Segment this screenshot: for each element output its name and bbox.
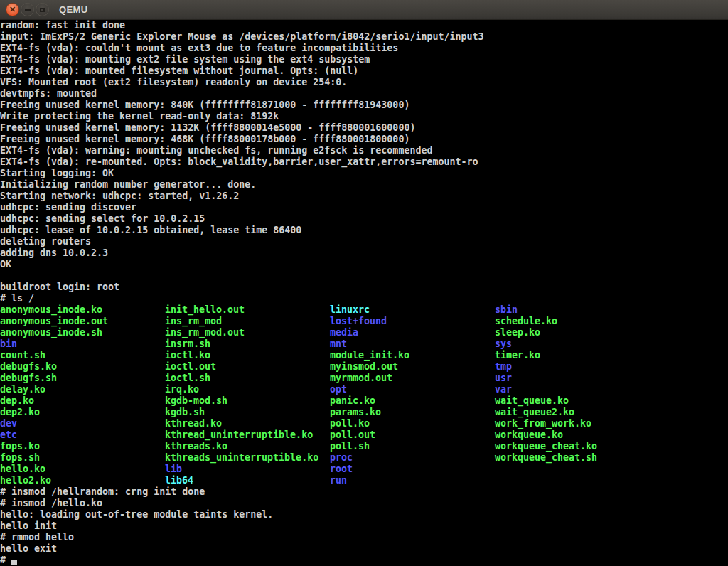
file-entry: proc	[330, 452, 410, 464]
file-entry: fops.ko	[0, 441, 108, 452]
console-line: udhcpc: sending select for 10.0.2.15	[0, 213, 728, 225]
file-entry: anonymous_inode.out	[0, 316, 108, 327]
console-line: EXT4-fs (vda): mounting ext2 file system…	[0, 54, 728, 65]
file-entry: schedule.ko	[495, 316, 597, 327]
file-entry: irq.ko	[165, 384, 318, 395]
file-entry: opt	[330, 384, 410, 395]
file-entry: dep2.ko	[0, 407, 108, 418]
file-entry: linuxrc	[330, 304, 410, 316]
file-entry: poll.ko	[330, 418, 410, 429]
file-entry: run	[330, 475, 410, 486]
file-entry: kthread.ko	[165, 418, 318, 429]
console-line: Starting logging: OK	[0, 168, 728, 179]
maximize-button[interactable]	[36, 3, 49, 16]
ls-column-4: sbinschedule.kosleep.kosystimer.kotmpusr…	[495, 304, 597, 464]
file-entry: bin	[0, 338, 108, 350]
file-entry: poll.out	[330, 429, 410, 441]
file-entry: ins_rm_mod.out	[165, 327, 318, 338]
console-line: EXT4-fs (vda): re-mounted. Opts: block_v…	[0, 156, 728, 168]
console-line: udhcpc: lease of 10.0.2.15 obtained, lea…	[0, 225, 728, 236]
file-entry: lib	[165, 464, 318, 475]
console-line: udhcpc: sending discover	[0, 202, 728, 213]
console-line: adding dns 10.0.2.3	[0, 247, 728, 259]
file-entry: wait_queue2.ko	[495, 407, 597, 418]
console-line: EXT4-fs (vda): warning: mounting uncheck…	[0, 145, 728, 156]
maximize-icon	[40, 8, 45, 12]
file-entry: poll.sh	[330, 441, 410, 452]
console-screen[interactable]: random: fast init doneinput: ImExPS/2 Ge…	[0, 20, 728, 566]
close-button[interactable]: ✕	[6, 3, 19, 16]
console-line: Initializing random number generator... …	[0, 179, 728, 191]
file-entry: kthread_uninterruptible.ko	[165, 429, 318, 441]
boot-log: random: fast init doneinput: ImExPS/2 Ge…	[0, 20, 728, 304]
console-line: # ls /	[0, 293, 728, 304]
console-line: # insmod /hellrandom: crng init done	[0, 486, 728, 498]
file-entry: kgdb.sh	[165, 407, 318, 418]
file-entry: init_hello.out	[165, 304, 318, 316]
console-line: random: fast init done	[0, 20, 728, 31]
file-entry: mnt	[330, 338, 410, 350]
file-entry: lib64	[165, 475, 318, 486]
file-entry: panic.ko	[330, 395, 410, 407]
console-line: devtmpfs: mounted	[0, 88, 728, 100]
file-entry: debugfs.ko	[0, 361, 108, 373]
file-entry: ins_rm_mod	[165, 316, 318, 327]
console-line: buildroot login: root	[0, 282, 728, 293]
file-entry: myinsmod.out	[330, 361, 410, 373]
console-line: hello exit	[0, 543, 728, 555]
minimize-icon	[25, 9, 31, 11]
file-entry: lost+found	[330, 316, 410, 327]
file-entry: dep.ko	[0, 395, 108, 407]
close-icon: ✕	[9, 6, 16, 14]
console-line: #	[0, 555, 728, 566]
file-entry: var	[495, 384, 597, 395]
window-title: QEMU	[59, 4, 88, 15]
console-line: OK	[0, 259, 728, 270]
file-entry: sys	[495, 338, 597, 350]
ls-column-3: linuxrclost+foundmediamntmodule_init.kom…	[330, 304, 410, 486]
file-entry: module_init.ko	[330, 350, 410, 361]
file-entry: kthreads_uninterruptible.ko	[165, 452, 318, 464]
file-entry: fops.sh	[0, 452, 108, 464]
file-entry: ioctl.sh	[165, 373, 318, 384]
ls-output: anonymous_inode.koanonymous_inode.outano…	[0, 304, 728, 486]
file-entry: root	[330, 464, 410, 475]
file-entry: usr	[495, 373, 597, 384]
file-entry: dev	[0, 418, 108, 429]
file-entry: count.sh	[0, 350, 108, 361]
file-entry: insrm.sh	[165, 338, 318, 350]
text-cursor	[11, 560, 17, 565]
file-entry: tmp	[495, 361, 597, 373]
file-entry: debugfs.sh	[0, 373, 108, 384]
console-line: Freeing unused kernel memory: 840K (ffff…	[0, 100, 728, 111]
file-entry: etc	[0, 429, 108, 441]
file-entry: hello2.ko	[0, 475, 108, 486]
shell-session: # insmod /hellrandom: crng init done# in…	[0, 486, 728, 566]
file-entry: ioctl.ko	[165, 350, 318, 361]
title-bar[interactable]: ✕ QEMU	[0, 0, 728, 20]
ls-column-2: init_hello.outins_rm_modins_rm_mod.outin…	[165, 304, 318, 486]
console-line: VFS: Mounted root (ext2 filesystem) read…	[0, 77, 728, 88]
file-entry: workqueue_cheat.ko	[495, 441, 597, 452]
file-entry: media	[330, 327, 410, 338]
minimize-button[interactable]	[21, 3, 34, 16]
file-entry: anonymous_inode.ko	[0, 304, 108, 316]
console-line: EXT4-fs (vda): mounted filesystem withou…	[0, 65, 728, 77]
file-entry: kgdb-mod.sh	[165, 395, 318, 407]
ls-column-1: anonymous_inode.koanonymous_inode.outano…	[0, 304, 108, 486]
console-line: Starting network: udhcpc: started, v1.26…	[0, 191, 728, 202]
file-entry: myrmmod.out	[330, 373, 410, 384]
console-line: deleting routers	[0, 236, 728, 247]
file-entry: sbin	[495, 304, 597, 316]
console-line: Freeing unused kernel memory: 1132K (fff…	[0, 122, 728, 134]
file-entry: anonymous_inode.sh	[0, 327, 108, 338]
console-line: EXT4-fs (vda): couldn't mount as ext3 du…	[0, 43, 728, 54]
file-entry: ioctl.out	[165, 361, 318, 373]
console-line: hello init	[0, 520, 728, 532]
file-entry: kthreads.ko	[165, 441, 318, 452]
file-entry: hello.ko	[0, 464, 108, 475]
file-entry: wait_queue.ko	[495, 395, 597, 407]
console-line	[0, 270, 728, 282]
console-line: input: ImExPS/2 Generic Explorer Mouse a…	[0, 31, 728, 43]
file-entry: sleep.ko	[495, 327, 597, 338]
